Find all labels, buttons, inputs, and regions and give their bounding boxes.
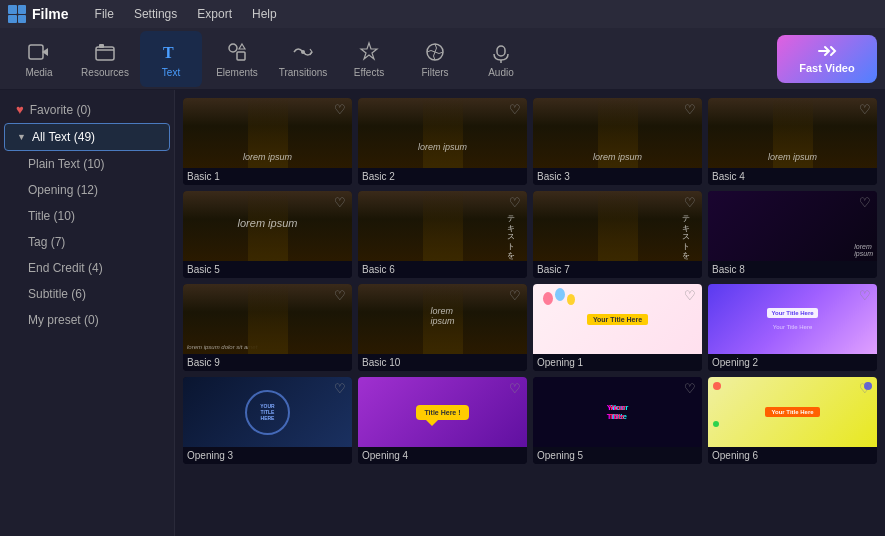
arrow-icon: ▼	[17, 132, 26, 142]
heart-opening-2[interactable]: ♡	[859, 288, 871, 303]
card-opening-5[interactable]: ♡ YourTitle Opening 5	[533, 377, 702, 464]
menu-export[interactable]: Export	[187, 3, 242, 25]
card-opening-6[interactable]: ♡ Your Title Here Opening 6	[708, 377, 877, 464]
heart-basic-2[interactable]: ♡	[509, 102, 521, 117]
sidebar-favorite-label: Favorite (0)	[30, 103, 91, 117]
label-opening-1: Opening 1	[533, 354, 702, 371]
svg-rect-9	[497, 46, 505, 56]
tool-filters[interactable]: Filters	[404, 31, 466, 87]
heart-opening-5[interactable]: ♡	[684, 381, 696, 396]
label-basic-1: Basic 1	[183, 168, 352, 185]
sidebar-subtitle-label: Subtitle (6)	[28, 287, 86, 301]
tool-transitions[interactable]: Transitions	[272, 31, 334, 87]
media-icon	[27, 40, 51, 64]
menu-bar: Filme File Settings Export Help	[0, 0, 885, 28]
thumb-opening-3: ♡ YOURTITLEHERE	[183, 377, 352, 447]
label-basic-7: Basic 7	[533, 261, 702, 278]
card-basic-3[interactable]: ♡ lorem ipsum Basic 3	[533, 98, 702, 185]
svg-rect-2	[96, 47, 114, 60]
heart-basic-5[interactable]: ♡	[334, 195, 346, 210]
thumb-basic-8: ♡ loremipsum	[708, 191, 877, 261]
heart-basic-4[interactable]: ♡	[859, 102, 871, 117]
tool-media[interactable]: Media	[8, 31, 70, 87]
card-basic-5[interactable]: ♡ lorem ipsum Basic 5	[183, 191, 352, 278]
elements-label: Elements	[216, 67, 258, 78]
heart-basic-8[interactable]: ♡	[859, 195, 871, 210]
sidebar-item-end-credit[interactable]: End Credit (4)	[4, 255, 170, 281]
fast-video-label: Fast Video	[799, 62, 854, 74]
menu-settings[interactable]: Settings	[124, 3, 187, 25]
heart-opening-6[interactable]: ♡	[859, 381, 871, 396]
tool-elements[interactable]: Elements	[206, 31, 268, 87]
card-basic-9[interactable]: ♡ lorem ipsum dolor sit amet Basic 9	[183, 284, 352, 371]
tool-text[interactable]: T Text	[140, 31, 202, 87]
heart-basic-6[interactable]: ♡	[509, 195, 521, 210]
label-basic-4: Basic 4	[708, 168, 877, 185]
sidebar-item-my-preset[interactable]: My preset (0)	[4, 307, 170, 333]
thumb-basic-6: ♡ テキストを入力	[358, 191, 527, 261]
sidebar-item-tag[interactable]: Tag (7)	[4, 229, 170, 255]
sidebar: ♥ Favorite (0) ▼ All Text (49) Plain Tex…	[0, 90, 175, 536]
label-basic-2: Basic 2	[358, 168, 527, 185]
card-basic-7[interactable]: ♡ テキストを入力 Basic 7	[533, 191, 702, 278]
heart-basic-7[interactable]: ♡	[684, 195, 696, 210]
content-area[interactable]: ♡ lorem ipsum Basic 1 ♡ lorem ipsum Basi…	[175, 90, 885, 536]
sidebar-tag-label: Tag (7)	[28, 235, 65, 249]
label-basic-6: Basic 6	[358, 261, 527, 278]
fast-video-button[interactable]: Fast Video	[777, 35, 877, 83]
menu-items: File Settings Export Help	[85, 3, 287, 25]
sidebar-my-preset-label: My preset (0)	[28, 313, 99, 327]
card-opening-2[interactable]: ♡ Your Title Here Your Title Here Openin…	[708, 284, 877, 371]
thumb-basic-4: ♡ lorem ipsum	[708, 98, 877, 168]
sidebar-opening-label: Opening (12)	[28, 183, 98, 197]
card-opening-1[interactable]: ♡ Your Title Here Opening 1	[533, 284, 702, 371]
card-basic-4[interactable]: ♡ lorem ipsum Basic 4	[708, 98, 877, 185]
heart-opening-1[interactable]: ♡	[684, 288, 696, 303]
transitions-icon	[291, 40, 315, 64]
heart-opening-3[interactable]: ♡	[334, 381, 346, 396]
thumb-basic-5: ♡ lorem ipsum	[183, 191, 352, 261]
card-basic-1[interactable]: ♡ lorem ipsum Basic 1	[183, 98, 352, 185]
card-basic-10[interactable]: ♡ loremipsum Basic 10	[358, 284, 527, 371]
tool-effects[interactable]: Effects	[338, 31, 400, 87]
label-opening-2: Opening 2	[708, 354, 877, 371]
svg-text:T: T	[163, 44, 174, 61]
heart-opening-4[interactable]: ♡	[509, 381, 521, 396]
thumb-basic-1: ♡ lorem ipsum	[183, 98, 352, 168]
sidebar-item-subtitle[interactable]: Subtitle (6)	[4, 281, 170, 307]
transitions-label: Transitions	[279, 67, 328, 78]
app-logo: Filme	[8, 5, 69, 23]
heart-basic-9[interactable]: ♡	[334, 288, 346, 303]
card-basic-6[interactable]: ♡ テキストを入力 Basic 6	[358, 191, 527, 278]
media-label: Media	[25, 67, 52, 78]
label-basic-10: Basic 10	[358, 354, 527, 371]
thumb-basic-3: ♡ lorem ipsum	[533, 98, 702, 168]
thumb-basic-10: ♡ loremipsum	[358, 284, 527, 354]
thumb-opening-4: ♡ Title Here !	[358, 377, 527, 447]
label-opening-5: Opening 5	[533, 447, 702, 464]
tool-resources[interactable]: Resources	[74, 31, 136, 87]
sidebar-item-opening[interactable]: Opening (12)	[4, 177, 170, 203]
card-basic-2[interactable]: ♡ lorem ipsum Basic 2	[358, 98, 527, 185]
heart-basic-3[interactable]: ♡	[684, 102, 696, 117]
svg-point-7	[301, 50, 305, 54]
sidebar-item-title[interactable]: Title (10)	[4, 203, 170, 229]
sidebar-item-all-text[interactable]: ▼ All Text (49)	[4, 123, 170, 151]
heart-basic-10[interactable]: ♡	[509, 288, 521, 303]
menu-file[interactable]: File	[85, 3, 124, 25]
card-opening-4[interactable]: ♡ Title Here ! Opening 4	[358, 377, 527, 464]
label-basic-8: Basic 8	[708, 261, 877, 278]
main-area: ♥ Favorite (0) ▼ All Text (49) Plain Tex…	[0, 90, 885, 536]
menu-help[interactable]: Help	[242, 3, 287, 25]
thumb-basic-7: ♡ テキストを入力	[533, 191, 702, 261]
heart-basic-1[interactable]: ♡	[334, 102, 346, 117]
sidebar-item-plain-text[interactable]: Plain Text (10)	[4, 151, 170, 177]
card-opening-3[interactable]: ♡ YOURTITLEHERE Opening 3	[183, 377, 352, 464]
filters-label: Filters	[421, 67, 448, 78]
tool-audio[interactable]: Audio	[470, 31, 532, 87]
label-opening-4: Opening 4	[358, 447, 527, 464]
effects-label: Effects	[354, 67, 384, 78]
effects-icon	[357, 40, 381, 64]
card-basic-8[interactable]: ♡ loremipsum Basic 8	[708, 191, 877, 278]
sidebar-item-favorite[interactable]: ♥ Favorite (0)	[4, 96, 170, 123]
